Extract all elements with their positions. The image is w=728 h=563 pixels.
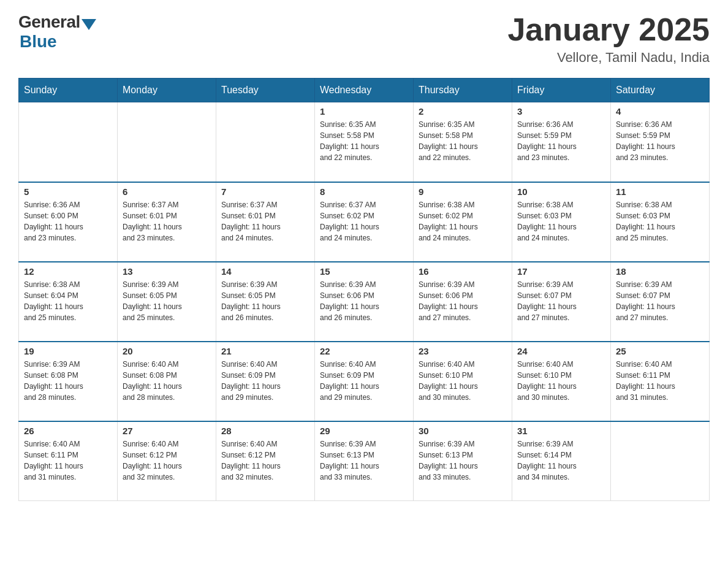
day-number: 11 bbox=[616, 186, 704, 197]
calendar-day-cell: 23Sunrise: 6:40 AM Sunset: 6:10 PM Dayli… bbox=[414, 342, 512, 421]
day-number: 5 bbox=[24, 186, 112, 197]
day-info: Sunrise: 6:39 AM Sunset: 6:13 PM Dayligh… bbox=[320, 439, 408, 483]
calendar-day-cell: 8Sunrise: 6:37 AM Sunset: 6:02 PM Daylig… bbox=[315, 182, 414, 262]
calendar-title: January 2025 bbox=[507, 12, 710, 47]
calendar-day-cell: 27Sunrise: 6:40 AM Sunset: 6:12 PM Dayli… bbox=[118, 421, 216, 501]
calendar-day-cell: 13Sunrise: 6:39 AM Sunset: 6:05 PM Dayli… bbox=[118, 262, 216, 342]
calendar-day-cell: 20Sunrise: 6:40 AM Sunset: 6:08 PM Dayli… bbox=[118, 342, 216, 421]
day-info: Sunrise: 6:38 AM Sunset: 6:03 PM Dayligh… bbox=[616, 199, 704, 243]
day-number: 27 bbox=[123, 426, 211, 436]
day-number: 6 bbox=[123, 186, 211, 197]
logo-triangle-icon bbox=[82, 19, 96, 30]
day-info: Sunrise: 6:39 AM Sunset: 6:07 PM Dayligh… bbox=[517, 279, 605, 323]
calendar-day-cell: 31Sunrise: 6:39 AM Sunset: 6:14 PM Dayli… bbox=[512, 421, 611, 501]
day-number: 24 bbox=[517, 346, 605, 356]
day-number: 21 bbox=[221, 346, 309, 356]
day-number: 12 bbox=[24, 266, 112, 277]
calendar-day-cell: 25Sunrise: 6:40 AM Sunset: 6:11 PM Dayli… bbox=[611, 342, 710, 421]
calendar-week-row: 5Sunrise: 6:36 AM Sunset: 6:00 PM Daylig… bbox=[19, 182, 710, 262]
calendar-day-cell: 28Sunrise: 6:40 AM Sunset: 6:12 PM Dayli… bbox=[216, 421, 315, 501]
day-number: 1 bbox=[320, 106, 408, 117]
day-info: Sunrise: 6:37 AM Sunset: 6:02 PM Dayligh… bbox=[320, 199, 408, 243]
day-number: 3 bbox=[517, 106, 605, 117]
day-number: 16 bbox=[419, 266, 507, 277]
calendar-day-cell: 30Sunrise: 6:39 AM Sunset: 6:13 PM Dayli… bbox=[414, 421, 512, 501]
day-info: Sunrise: 6:35 AM Sunset: 5:58 PM Dayligh… bbox=[320, 119, 408, 163]
day-number: 14 bbox=[221, 266, 309, 277]
day-info: Sunrise: 6:39 AM Sunset: 6:05 PM Dayligh… bbox=[221, 279, 309, 323]
day-info: Sunrise: 6:36 AM Sunset: 6:00 PM Dayligh… bbox=[24, 199, 112, 243]
calendar-day-cell: 16Sunrise: 6:39 AM Sunset: 6:06 PM Dayli… bbox=[414, 262, 512, 342]
day-number: 19 bbox=[24, 346, 112, 356]
day-info: Sunrise: 6:39 AM Sunset: 6:06 PM Dayligh… bbox=[320, 279, 408, 323]
day-info: Sunrise: 6:39 AM Sunset: 6:08 PM Dayligh… bbox=[24, 359, 112, 403]
day-number: 7 bbox=[221, 186, 309, 197]
day-of-week-header: Tuesday bbox=[216, 79, 315, 102]
calendar-day-cell: 5Sunrise: 6:36 AM Sunset: 6:00 PM Daylig… bbox=[19, 182, 118, 262]
logo: General Blue bbox=[18, 12, 96, 52]
day-info: Sunrise: 6:40 AM Sunset: 6:10 PM Dayligh… bbox=[419, 359, 507, 403]
calendar-table: SundayMondayTuesdayWednesdayThursdayFrid… bbox=[18, 78, 710, 501]
day-number: 20 bbox=[123, 346, 211, 356]
day-info: Sunrise: 6:39 AM Sunset: 6:05 PM Dayligh… bbox=[123, 279, 211, 323]
page-header: General Blue January 2025 Vellore, Tamil… bbox=[18, 12, 710, 66]
calendar-week-row: 26Sunrise: 6:40 AM Sunset: 6:11 PM Dayli… bbox=[19, 421, 710, 501]
day-number: 4 bbox=[616, 106, 704, 117]
day-number: 30 bbox=[419, 426, 507, 436]
calendar-day-cell: 1Sunrise: 6:35 AM Sunset: 5:58 PM Daylig… bbox=[315, 102, 414, 182]
calendar-day-cell: 15Sunrise: 6:39 AM Sunset: 6:06 PM Dayli… bbox=[315, 262, 414, 342]
calendar-day-cell: 6Sunrise: 6:37 AM Sunset: 6:01 PM Daylig… bbox=[118, 182, 216, 262]
calendar-day-cell: 24Sunrise: 6:40 AM Sunset: 6:10 PM Dayli… bbox=[512, 342, 611, 421]
day-info: Sunrise: 6:40 AM Sunset: 6:11 PM Dayligh… bbox=[616, 359, 704, 403]
calendar-day-cell: 18Sunrise: 6:39 AM Sunset: 6:07 PM Dayli… bbox=[611, 262, 710, 342]
day-number: 26 bbox=[24, 426, 112, 436]
calendar-day-cell: 10Sunrise: 6:38 AM Sunset: 6:03 PM Dayli… bbox=[512, 182, 611, 262]
day-of-week-header: Wednesday bbox=[315, 79, 414, 102]
day-info: Sunrise: 6:39 AM Sunset: 6:14 PM Dayligh… bbox=[517, 439, 605, 483]
day-number: 25 bbox=[616, 346, 704, 356]
day-number: 8 bbox=[320, 186, 408, 197]
day-info: Sunrise: 6:39 AM Sunset: 6:06 PM Dayligh… bbox=[419, 279, 507, 323]
calendar-day-cell: 11Sunrise: 6:38 AM Sunset: 6:03 PM Dayli… bbox=[611, 182, 710, 262]
day-number: 17 bbox=[517, 266, 605, 277]
day-info: Sunrise: 6:39 AM Sunset: 6:07 PM Dayligh… bbox=[616, 279, 704, 323]
calendar-day-cell: 7Sunrise: 6:37 AM Sunset: 6:01 PM Daylig… bbox=[216, 182, 315, 262]
calendar-day-cell: 2Sunrise: 6:35 AM Sunset: 5:58 PM Daylig… bbox=[414, 102, 512, 182]
day-number: 2 bbox=[419, 106, 507, 117]
day-number: 23 bbox=[419, 346, 507, 356]
day-of-week-header: Friday bbox=[512, 79, 611, 102]
day-of-week-header: Saturday bbox=[611, 79, 710, 102]
day-info: Sunrise: 6:36 AM Sunset: 5:59 PM Dayligh… bbox=[616, 119, 704, 163]
calendar-empty-cell bbox=[611, 421, 710, 501]
day-number: 13 bbox=[123, 266, 211, 277]
day-number: 22 bbox=[320, 346, 408, 356]
calendar-day-cell: 29Sunrise: 6:39 AM Sunset: 6:13 PM Dayli… bbox=[315, 421, 414, 501]
day-of-week-header: Sunday bbox=[19, 79, 118, 102]
day-number: 18 bbox=[616, 266, 704, 277]
day-of-week-header: Monday bbox=[118, 79, 216, 102]
logo-general-text: General bbox=[18, 12, 80, 32]
calendar-location: Vellore, Tamil Nadu, India bbox=[507, 50, 710, 66]
calendar-day-cell: 17Sunrise: 6:39 AM Sunset: 6:07 PM Dayli… bbox=[512, 262, 611, 342]
day-info: Sunrise: 6:40 AM Sunset: 6:12 PM Dayligh… bbox=[123, 439, 211, 483]
day-number: 9 bbox=[419, 186, 507, 197]
day-number: 28 bbox=[221, 426, 309, 436]
logo-blue-text: Blue bbox=[20, 32, 57, 52]
calendar-day-cell: 19Sunrise: 6:39 AM Sunset: 6:08 PM Dayli… bbox=[19, 342, 118, 421]
day-info: Sunrise: 6:40 AM Sunset: 6:09 PM Dayligh… bbox=[320, 359, 408, 403]
calendar-day-cell: 4Sunrise: 6:36 AM Sunset: 5:59 PM Daylig… bbox=[611, 102, 710, 182]
calendar-day-cell: 9Sunrise: 6:38 AM Sunset: 6:02 PM Daylig… bbox=[414, 182, 512, 262]
day-info: Sunrise: 6:39 AM Sunset: 6:13 PM Dayligh… bbox=[419, 439, 507, 483]
title-block: January 2025 Vellore, Tamil Nadu, India bbox=[507, 12, 710, 66]
calendar-day-cell: 26Sunrise: 6:40 AM Sunset: 6:11 PM Dayli… bbox=[19, 421, 118, 501]
calendar-empty-cell bbox=[118, 102, 216, 182]
day-info: Sunrise: 6:38 AM Sunset: 6:04 PM Dayligh… bbox=[24, 279, 112, 323]
day-info: Sunrise: 6:40 AM Sunset: 6:11 PM Dayligh… bbox=[24, 439, 112, 483]
calendar-empty-cell bbox=[216, 102, 315, 182]
day-number: 10 bbox=[517, 186, 605, 197]
calendar-day-cell: 21Sunrise: 6:40 AM Sunset: 6:09 PM Dayli… bbox=[216, 342, 315, 421]
calendar-day-cell: 12Sunrise: 6:38 AM Sunset: 6:04 PM Dayli… bbox=[19, 262, 118, 342]
day-info: Sunrise: 6:40 AM Sunset: 6:08 PM Dayligh… bbox=[123, 359, 211, 403]
day-info: Sunrise: 6:38 AM Sunset: 6:02 PM Dayligh… bbox=[419, 199, 507, 243]
day-number: 29 bbox=[320, 426, 408, 436]
